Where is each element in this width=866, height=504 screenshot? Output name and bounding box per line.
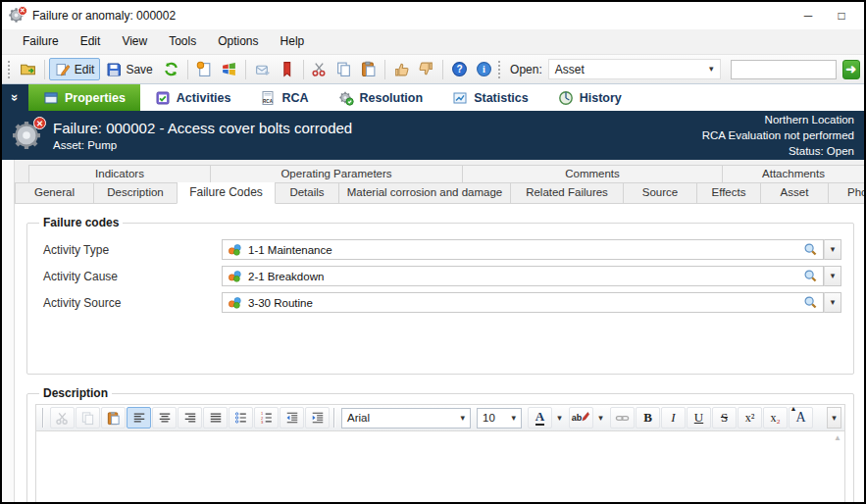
copy-button[interactable]	[331, 58, 356, 80]
justify-button[interactable]	[203, 407, 228, 428]
underline-button[interactable]: U	[687, 407, 711, 428]
toolbar-grip[interactable]	[42, 408, 44, 428]
scroll-up-icon[interactable]: ▲	[834, 433, 841, 442]
windows-explorer-button[interactable]	[217, 58, 241, 80]
open-search-input[interactable]	[731, 60, 837, 79]
subtab-effects[interactable]: Effects	[696, 182, 761, 204]
font-color-button[interactable]: A	[528, 407, 552, 428]
increase-indent-icon	[311, 411, 325, 425]
activity-type-input[interactable]: 1-1 Maintenance	[222, 239, 824, 260]
numbered-list-button[interactable]: 123	[254, 407, 279, 428]
subtab-material-corrosion[interactable]: Material corrosion and damage	[338, 182, 511, 204]
menu-options[interactable]: Options	[207, 29, 269, 54]
rtf-cut-button[interactable]	[50, 407, 75, 428]
richtext-toolbar: 123 Arial ▾	[35, 404, 845, 431]
failure-codes-groupbox: Failure codes Activity Type 1-1 Maintena…	[26, 216, 854, 375]
activity-source-dropdown-button[interactable]: ▾	[824, 292, 841, 313]
info-icon: i	[476, 61, 492, 77]
link-icon	[615, 411, 630, 426]
font-family-select[interactable]: Arial ▾	[341, 408, 471, 428]
font-color-dropdown[interactable]: ▾	[553, 407, 566, 428]
subtab-source[interactable]: Source	[623, 182, 697, 204]
toolbar-grip[interactable]	[333, 408, 335, 428]
toolbar-separator	[384, 60, 385, 79]
toolbar-grip[interactable]	[498, 61, 501, 78]
description-groupbox: Description	[26, 386, 854, 502]
menu-help[interactable]: Help	[270, 29, 316, 54]
bold-button[interactable]: B	[636, 407, 660, 428]
subtab-failure-codes[interactable]: Failure Codes	[177, 182, 276, 204]
activity-cause-input[interactable]: 2-1 Breakdown	[222, 266, 824, 286]
subtab-details[interactable]: Details	[275, 182, 339, 204]
grouptab-attachments[interactable]: Attachments	[722, 165, 864, 182]
toolbar-overflow-button[interactable]: ▾	[827, 407, 841, 428]
menu-edit[interactable]: Edit	[70, 29, 112, 54]
activity-source-input[interactable]: 3-30 Routine	[222, 292, 824, 313]
minimize-button[interactable]: ─	[791, 4, 825, 27]
tab-activities[interactable]: Activities	[140, 84, 246, 111]
grouptab-operating-parameters[interactable]: Operating Parameters	[210, 165, 463, 182]
new-document-button[interactable]	[192, 58, 217, 80]
send-note-button[interactable]	[250, 58, 275, 80]
subtab-related-failures[interactable]: Related Failures	[510, 182, 624, 204]
align-left-button[interactable]	[127, 407, 151, 428]
strikethrough-button[interactable]: S	[712, 407, 737, 428]
align-left-icon	[132, 411, 146, 425]
align-right-button[interactable]	[178, 407, 202, 428]
highlight-dropdown[interactable]: ▾	[594, 407, 607, 428]
open-type-select[interactable]: Asset ▾	[548, 59, 721, 79]
info-button[interactable]: i	[472, 58, 496, 80]
menu-tools[interactable]: Tools	[158, 29, 207, 54]
thumbs-up-button[interactable]	[389, 58, 414, 80]
report-bookmark-button[interactable]	[275, 58, 299, 80]
font-size-value: 10	[483, 412, 511, 424]
activity-type-dropdown-button[interactable]: ▾	[824, 239, 841, 260]
highlight-button[interactable]: ab	[569, 407, 593, 428]
paste-button[interactable]	[356, 58, 381, 80]
subtab-general[interactable]: General	[15, 182, 94, 204]
svg-text:?: ?	[457, 64, 463, 75]
grouptab-indicators[interactable]: Indicators	[28, 165, 211, 182]
decrease-indent-button[interactable]	[280, 407, 304, 428]
superscript-button[interactable]: x²	[738, 407, 762, 428]
go-button[interactable]: ➜	[842, 60, 861, 79]
status-text: Status: Open	[702, 143, 854, 159]
increase-indent-button[interactable]	[305, 407, 330, 428]
chevron-down-icon: ▾	[831, 298, 836, 307]
collapse-panel-button[interactable]: »	[2, 84, 28, 111]
help-button[interactable]: ?	[447, 58, 472, 80]
align-center-button[interactable]	[152, 407, 177, 428]
toolbar-grip[interactable]	[8, 61, 11, 78]
menu-view[interactable]: View	[111, 29, 158, 54]
description-text-area[interactable]: ▲	[35, 431, 845, 502]
refresh-button[interactable]	[159, 58, 183, 80]
tab-rca[interactable]: RCA RCA	[245, 84, 323, 111]
numbered-list-icon: 123	[260, 411, 274, 425]
grouptab-comments[interactable]: Comments	[462, 165, 723, 182]
subscript-button[interactable]: x₂	[763, 407, 788, 428]
save-button[interactable]: Save	[100, 58, 158, 80]
subtab-asset[interactable]: Asset	[760, 182, 829, 204]
open-record-button[interactable]	[16, 58, 40, 80]
superscript-icon: x²	[745, 411, 755, 426]
tab-properties[interactable]: Properties	[28, 84, 140, 111]
tab-statistics[interactable]: Statistics	[437, 84, 543, 111]
thumbs-down-button[interactable]	[414, 58, 438, 80]
tab-resolution[interactable]: Resolution	[324, 84, 438, 111]
menu-failure[interactable]: Failure	[12, 29, 70, 54]
maximize-button[interactable]: □	[825, 4, 858, 27]
tab-history[interactable]: History	[543, 84, 637, 111]
italic-button[interactable]: I	[661, 407, 686, 428]
edit-button[interactable]: Edit	[49, 58, 101, 80]
rtf-copy-button[interactable]	[76, 407, 100, 428]
font-size-select[interactable]: 10 ▾	[477, 408, 522, 428]
grow-font-button[interactable]: ▲A	[789, 407, 813, 428]
rtf-paste-button[interactable]	[101, 407, 126, 428]
bullet-list-button[interactable]	[229, 407, 253, 428]
subtab-photo[interactable]: Photo	[828, 182, 864, 204]
subtab-description[interactable]: Description	[93, 182, 178, 204]
hyperlink-button[interactable]	[610, 407, 635, 428]
cut-button[interactable]	[307, 58, 331, 80]
activity-cause-dropdown-button[interactable]: ▾	[824, 266, 841, 286]
location-text: Northern Location	[702, 112, 854, 127]
